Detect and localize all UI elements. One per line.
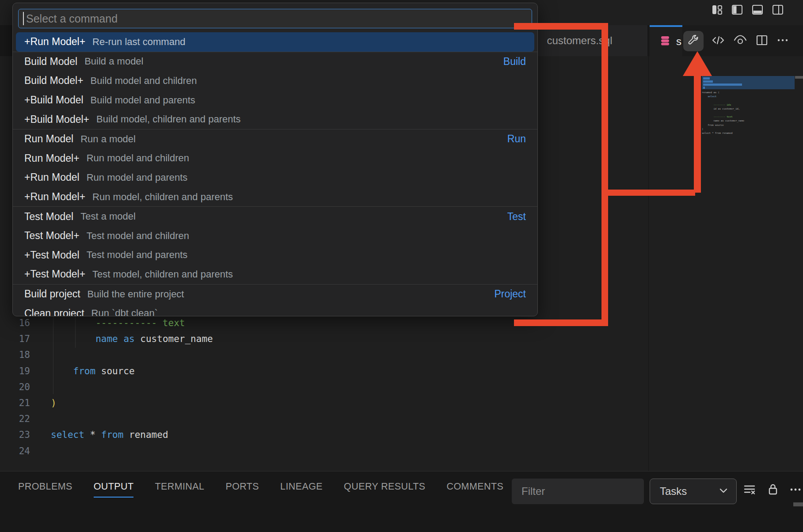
annotation-arrow-shaft <box>694 75 701 193</box>
command-input[interactable] <box>25 12 527 26</box>
minimap-line: -------- text <box>702 115 795 119</box>
command-label: Build Model <box>24 56 77 68</box>
indent-guide <box>75 316 76 348</box>
command-item[interactable]: +Run ModelRun model and parents <box>13 168 537 187</box>
tab-label-truncated: s <box>676 35 681 48</box>
command-label: +Test Model <box>24 249 80 261</box>
tab-dbt-panel[interactable]: s <box>650 25 682 56</box>
chevron-down-icon <box>718 485 729 498</box>
command-item[interactable]: +Test Model+Test model, children and par… <box>13 265 537 284</box>
command-label: +Test Model+ <box>24 268 85 280</box>
wrench-button[interactable] <box>683 31 704 51</box>
command-description: Run `dbt clean` <box>91 308 158 316</box>
command-description: Build model and parents <box>91 95 195 106</box>
panel-tab-output[interactable]: OUTPUT <box>94 481 134 498</box>
filter-box[interactable] <box>512 479 644 504</box>
line-number: 20 <box>0 382 30 392</box>
toggle-panel-icon[interactable] <box>751 4 764 16</box>
command-label: +Run Model+ <box>24 191 85 203</box>
scrollbar[interactable] <box>793 502 803 506</box>
code-text: ) <box>51 398 57 408</box>
editor-actions <box>683 30 789 52</box>
command-label: Build Model+ <box>24 75 84 87</box>
command-item[interactable]: +Build ModelBuild model and parents <box>13 91 537 110</box>
command-label: +Build Model <box>24 94 84 106</box>
command-item[interactable]: Build Model+Build model and children <box>13 71 537 91</box>
code-line: 17 name as customer_name <box>0 331 544 347</box>
line-number: 22 <box>0 414 30 424</box>
command-label: Run Model <box>24 133 73 145</box>
command-input-box[interactable] <box>18 9 532 28</box>
code-line: 18 <box>0 347 544 363</box>
database-icon <box>659 35 671 48</box>
command-item[interactable]: Run Model+Run model and children <box>13 149 537 168</box>
line-number: 23 <box>0 429 30 440</box>
lock-icon[interactable] <box>766 483 780 498</box>
command-label: +Build Model+ <box>24 114 89 125</box>
ellipsis-icon[interactable] <box>789 483 803 498</box>
eye-icon[interactable] <box>733 34 748 49</box>
tasks-dropdown[interactable]: Tasks <box>650 479 737 504</box>
panel-tab-terminal[interactable]: TERMINAL <box>155 481 204 498</box>
command-item[interactable]: Build projectBuild the entire projectPro… <box>13 285 537 304</box>
command-description: Run a model <box>80 133 136 145</box>
filter-input[interactable] <box>521 485 659 498</box>
command-group: Build projectBuild the entire projectPro… <box>13 284 537 316</box>
command-label: +Run Model <box>24 171 80 183</box>
command-group: Test ModelTest a modelTestTest Model+Tes… <box>13 206 537 284</box>
command-item[interactable]: +Run Model+Re-run last command <box>16 32 534 52</box>
command-group-badge: Project <box>494 288 526 300</box>
text-caret <box>23 12 24 25</box>
command-description: Test model, children and parents <box>92 269 233 280</box>
panel-tab-ports[interactable]: PORTS <box>225 481 259 498</box>
ellipsis-icon[interactable] <box>776 34 789 49</box>
titlebar-layout-controls <box>711 4 784 16</box>
annotation-line-bottom <box>514 319 608 326</box>
minimap-scrollbar[interactable] <box>795 76 803 79</box>
command-description: Run model and parents <box>87 172 188 183</box>
command-description: Re-run last command <box>92 36 185 48</box>
split-editor-icon[interactable] <box>755 34 769 49</box>
minimap[interactable]: renamed as ( select -------- ids id as c… <box>702 76 795 135</box>
line-number: 19 <box>0 366 30 376</box>
command-item[interactable]: +Test ModelTest model and parents <box>13 246 537 265</box>
command-description: Test model and parents <box>87 249 188 261</box>
code-editor[interactable]: 16 ----------- text17 name as customer_n… <box>0 315 544 459</box>
code-line: 22 <box>0 411 544 427</box>
code-line: 21) <box>0 395 544 411</box>
command-description: Build model and children <box>91 75 197 87</box>
command-item[interactable]: Build ModelBuild a modelBuild <box>13 52 537 72</box>
panel-tab-query-results[interactable]: QUERY RESULTS <box>344 481 425 498</box>
customize-layout-icon[interactable] <box>711 4 723 16</box>
command-item[interactable]: Clean projectRun `dbt clean` <box>13 304 537 316</box>
panel-tab-comments[interactable]: COMMENTS <box>447 481 504 498</box>
command-item[interactable]: Test Model+Test model and children <box>13 226 537 246</box>
toggle-primary-sidebar-icon[interactable] <box>731 4 743 16</box>
code-text: ----------- text <box>51 318 185 328</box>
command-description: Build the entire project <box>88 289 184 300</box>
code-line: 20 <box>0 379 544 395</box>
panel-tab-problems[interactable]: PROBLEMS <box>18 481 72 498</box>
command-label: Build project <box>24 288 80 300</box>
clear-output-icon[interactable] <box>742 483 757 498</box>
panel-tab-lineage[interactable]: LINEAGE <box>280 481 323 498</box>
command-item[interactable]: Run ModelRun a modelRun <box>13 129 537 149</box>
annotation-line-top <box>514 23 608 30</box>
minimap-line: name as customer_name <box>702 119 795 123</box>
command-item[interactable]: Test ModelTest a modelTest <box>13 207 537 226</box>
minimap-line: id as customer_id, <box>702 107 795 111</box>
command-item[interactable]: +Run Model+Run model, children and paren… <box>13 187 537 207</box>
minimap-line <box>702 111 795 115</box>
code-text: from source <box>51 366 135 376</box>
command-palette: +Run Model+Re-run last commandBuild Mode… <box>12 3 538 316</box>
wrench-icon <box>687 34 700 48</box>
toggle-secondary-sidebar-icon[interactable] <box>772 4 784 16</box>
command-group: +Run Model+Re-run last command <box>13 32 537 52</box>
code-line: 24 <box>0 443 544 459</box>
command-item[interactable]: +Build Model+Build model, children and p… <box>13 110 537 129</box>
command-description: Test a model <box>80 211 136 222</box>
editor-group-right: s renamed as ( select -------- ids id as… <box>648 25 803 471</box>
command-label: Clean project <box>24 308 84 316</box>
code-icon[interactable] <box>711 34 725 49</box>
command-group-badge: Run <box>507 133 526 145</box>
